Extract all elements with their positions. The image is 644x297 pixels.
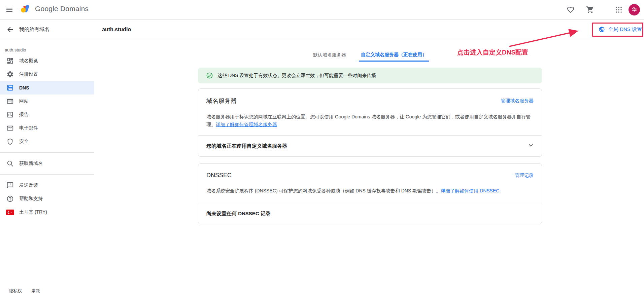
dns-status-banner: 这些 DNS 设置处于有效状态。更改会立即生效，但可能需要一些时间来传播 [198, 68, 542, 83]
gear-icon [6, 70, 14, 78]
banner-text: 这些 DNS 设置处于有效状态。更改会立即生效，但可能需要一些时间来传播 [217, 73, 376, 79]
search-icon [6, 159, 14, 168]
manage-records-link[interactable]: 管理记录 [515, 173, 534, 179]
all-domains-label[interactable]: 我的所有域名 [19, 20, 49, 39]
favorites-button[interactable] [567, 6, 575, 14]
apps-grid-button[interactable] [615, 6, 623, 14]
nameservers-card-title: 域名服务器 [206, 97, 237, 105]
avatar[interactable]: 华 [629, 4, 640, 15]
manage-nameservers-link[interactable]: 管理域名服务器 [501, 98, 534, 104]
sidebar-item-email[interactable]: 电子邮件 [0, 121, 94, 135]
menu-icon [5, 6, 13, 14]
sidebar-item-help-support[interactable]: 帮助和支持 [0, 192, 94, 206]
apps-grid-icon [615, 6, 623, 14]
google-domains-app: Google Domains 华 我的所有域名 auth.studio 全局 D… [0, 0, 644, 297]
sidebar-item-label: 安全 [19, 139, 29, 145]
dnssec-body-text: 域名系统安全扩展程序 (DNSSEC) 可保护您的网域免受各种威胁（例如 DNS… [206, 188, 441, 193]
dnssec-status-text: 尚未设置任何 DNSSEC 记录 [206, 211, 271, 217]
global-dns-settings-button[interactable]: 全局 DNS 设置 [599, 20, 642, 39]
global-dns-settings-label: 全局 DNS 设置 [608, 26, 642, 33]
nameserver-tabs: 默认域名服务器 自定义域名服务器（正在使用） [311, 49, 429, 62]
sidebar-item-label: 注册设置 [19, 71, 38, 77]
logo-text: Google Domains [35, 5, 89, 13]
dnssec-status-row: 尚未设置任何 DNSSEC 记录 [198, 203, 542, 224]
check-circle-icon [206, 72, 213, 79]
back-arrow-icon [6, 26, 14, 34]
terms-link[interactable]: 条款 [31, 288, 40, 294]
sidebar: auth.studio 域名概览 注册设置 DNS 网站 报告 电子邮件 安全 [0, 39, 94, 219]
shield-icon [6, 138, 14, 146]
learn-dnssec-link[interactable]: 详细了解如何使用 DNSSEC [441, 188, 499, 193]
footer: 隐私权 条款 [9, 288, 40, 294]
nameservers-card-body: 域名服务器用于标识您的网域在互联网上的位置。您可以使用 Google Domai… [198, 105, 542, 128]
custom-nameservers-status-row[interactable]: 您的域名正在使用自定义域名服务器 [198, 135, 542, 156]
sidebar-item-currency-turkey[interactable]: 土耳其 (TRY) [0, 206, 94, 219]
globe-icon [599, 26, 605, 33]
overview-icon [6, 57, 14, 65]
sidebar-item-reports[interactable]: 报告 [0, 108, 94, 121]
page-title: auth.studio [102, 20, 131, 39]
dns-icon [6, 84, 14, 92]
learn-manage-nameservers-link[interactable]: 详细了解如何管理域名服务器 [216, 122, 277, 127]
menu-button[interactable] [5, 6, 13, 14]
sidebar-item-security[interactable]: 安全 [0, 135, 94, 148]
sidebar-item-dns[interactable]: DNS [0, 81, 94, 95]
tab-custom-nameservers[interactable]: 自定义域名服务器（正在使用） [359, 49, 429, 62]
sidebar-item-label: DNS [19, 85, 29, 90]
sidebar-divider [0, 152, 94, 153]
sub-header: 我的所有域名 auth.studio 全局 DNS 设置 [0, 20, 644, 39]
sidebar-item-label: 获取新域名 [19, 160, 43, 166]
dnssec-card-header: DNSSEC 管理记录 [198, 164, 542, 179]
sidebar-item-get-new-domain[interactable]: 获取新域名 [0, 157, 94, 170]
sidebar-item-label: 土耳其 (TRY) [19, 209, 47, 215]
mail-icon [6, 124, 14, 132]
cart-icon [586, 6, 594, 14]
tab-default-nameservers[interactable]: 默认域名服务器 [311, 49, 348, 62]
sidebar-domain-label: auth.studio [0, 39, 94, 54]
sidebar-item-overview[interactable]: 域名概览 [0, 54, 94, 68]
nameservers-card-header: 域名服务器 管理域名服务器 [198, 89, 542, 105]
help-icon [6, 195, 14, 203]
sidebar-item-label: 帮助和支持 [19, 196, 43, 202]
website-icon [6, 97, 14, 105]
feedback-icon [6, 181, 14, 189]
sidebar-divider [0, 174, 94, 175]
sidebar-item-label: 网站 [19, 98, 29, 104]
sidebar-item-label: 电子邮件 [19, 125, 38, 131]
back-button[interactable] [6, 26, 14, 34]
cart-button[interactable] [586, 6, 594, 14]
dnssec-card: DNSSEC 管理记录 域名系统安全扩展程序 (DNSSEC) 可保护您的网域免… [198, 163, 542, 224]
heart-icon [567, 6, 575, 14]
chevron-down-icon [527, 141, 535, 151]
google-domains-logo[interactable]: Google Domains [21, 5, 89, 13]
sidebar-item-label: 报告 [19, 112, 29, 118]
avatar-initial: 华 [632, 7, 637, 13]
sidebar-item-label: 发送反馈 [19, 182, 38, 188]
privacy-link[interactable]: 隐私权 [9, 288, 22, 294]
top-bar: Google Domains 华 [0, 0, 644, 20]
annotation-text: 点击进入自定义DNS配置 [457, 48, 528, 57]
google-domains-logo-mark [21, 5, 30, 13]
sidebar-item-send-feedback[interactable]: 发送反馈 [0, 179, 94, 192]
dnssec-card-title: DNSSEC [206, 172, 232, 179]
nameservers-card: 域名服务器 管理域名服务器 域名服务器用于标识您的网域在互联网上的位置。您可以使… [198, 88, 542, 157]
custom-nameservers-status-text: 您的域名正在使用自定义域名服务器 [206, 143, 287, 149]
sidebar-item-label: 域名概览 [19, 58, 38, 64]
dnssec-card-body: 域名系统安全扩展程序 (DNSSEC) 可保护您的网域免受各种威胁（例如 DNS… [198, 179, 542, 195]
sidebar-item-website[interactable]: 网站 [0, 95, 94, 108]
sidebar-item-registration-settings[interactable]: 注册设置 [0, 68, 94, 81]
report-icon [6, 111, 14, 119]
turkey-flag-icon [6, 208, 14, 216]
